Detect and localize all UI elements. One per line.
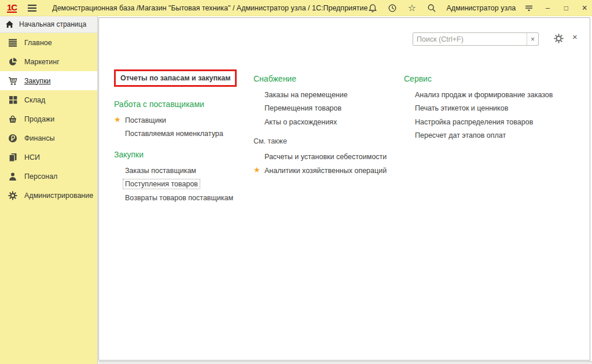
- link-label: Поставляемая номенклатура: [125, 130, 223, 138]
- link-postupleniya-tovarov-focused[interactable]: Поступления товаров: [114, 178, 250, 192]
- panel-close-icon[interactable]: ×: [572, 32, 578, 42]
- history-icon[interactable]: [388, 3, 398, 13]
- column-servis: Сервис Анализ продаж и формирование зака…: [404, 74, 583, 142]
- sidebar-item-label: Маркетинг: [24, 58, 60, 66]
- link-analiz-prodazh-i-formirovanie-zakazov[interactable]: Анализ продаж и формирование заказов: [404, 88, 583, 102]
- link-analitiki-khozyaystvennykh-operatsiy[interactable]: ★ Аналитики хозяйственных операций: [253, 164, 401, 178]
- sidebar-item-marketing[interactable]: Маркетинг: [0, 52, 97, 71]
- left-column: Начальная страница Главное Маркетинг Зак…: [0, 16, 98, 364]
- sidebar-item-glavnoe[interactable]: Главное: [0, 33, 97, 52]
- close-icon[interactable]: ×: [580, 3, 589, 13]
- sidebar-item-prodazhi[interactable]: Продажи: [0, 109, 97, 128]
- link-raschety-i-ustanovki-sebestoimosti[interactable]: Расчеты и установки себестоимости: [253, 150, 401, 164]
- link-akty-o-raskhozhdeniyakh[interactable]: Акты о расхождениях: [253, 115, 401, 129]
- sidebar-item-personal[interactable]: Персонал: [0, 167, 97, 186]
- section-title-snabzhenie: Снабжение: [253, 74, 401, 83]
- section-title-sm-takzhe: См. также: [253, 137, 401, 146]
- pie-chart-icon: [8, 57, 18, 67]
- pages-icon: [8, 153, 18, 162]
- link-zakazy-postavshchikam[interactable]: Заказы поставщикам: [114, 164, 250, 178]
- menu-lines-icon: [8, 39, 18, 47]
- bell-icon[interactable]: [368, 3, 378, 13]
- functions-panel: × × Отчеты по запасам и закупкам Работа …: [98, 17, 590, 361]
- title-bar: 1С Демонстрационная база /Магазин "Бытов…: [0, 0, 592, 16]
- 1c-logo: 1С: [7, 3, 17, 13]
- link-label: Заказы на перемещение: [264, 91, 348, 99]
- sidebar-item-sklad[interactable]: Склад: [0, 90, 97, 109]
- sidebar-item-label: Администрирование: [24, 192, 93, 200]
- link-label: Поставщики: [125, 116, 166, 124]
- search-icon[interactable]: [427, 3, 437, 13]
- link-postavshchiki[interactable]: ★ Поставщики: [114, 113, 250, 127]
- service-menu-icon[interactable]: [524, 3, 534, 13]
- section-title-zakupki: Закупки: [114, 150, 250, 159]
- link-nastroyka-raspredeleniya-tovarov[interactable]: Настройка распределения товаров: [404, 115, 583, 129]
- link-pereschet-dat-etapov-oplat[interactable]: Пересчет дат этапов оплат: [404, 129, 583, 143]
- sections-panel: Главное Маркетинг Закупки Склад: [0, 33, 97, 364]
- titlebar-actions: ☆ Администратор узла – □ ×: [368, 3, 592, 13]
- sidebar-item-label: НСИ: [24, 153, 40, 161]
- home-icon: [5, 20, 14, 28]
- link-pechat-etiketok-i-tsennikov[interactable]: Печать этикеток и ценников: [404, 102, 583, 116]
- link-label: Настройка распределения товаров: [415, 118, 533, 126]
- cart-icon: [8, 76, 18, 86]
- link-label: Анализ продаж и формирование заказов: [415, 91, 553, 99]
- link-otchety-po-zapasam-highlighted[interactable]: Отчеты по запасам и закупкам: [114, 69, 237, 87]
- basket-icon: [8, 115, 18, 124]
- favorites-star-icon[interactable]: ☆: [407, 3, 417, 13]
- gear-icon: [8, 191, 18, 200]
- settings-gear-icon[interactable]: [554, 34, 564, 43]
- link-label: Заказы поставщикам: [125, 167, 196, 175]
- sidebar-item-zakupki[interactable]: Закупки: [0, 71, 97, 90]
- window-bottom-edge: [98, 361, 592, 364]
- person-icon: [8, 172, 18, 181]
- sidebar-item-nsi[interactable]: НСИ: [0, 148, 97, 167]
- sidebar-item-label: Закупки: [24, 77, 51, 85]
- star-icon: ★: [114, 116, 121, 123]
- link-peremeshcheniya-tovarov[interactable]: Перемещения товаров: [253, 102, 401, 116]
- sidebar-item-finansy[interactable]: Финансы: [0, 128, 97, 148]
- tab-home-label: Начальная страница: [19, 20, 86, 28]
- link-label: Печать этикеток и ценников: [415, 104, 508, 112]
- search-clear-icon[interactable]: ×: [527, 33, 538, 45]
- main-menu-icon[interactable]: [27, 4, 37, 12]
- link-label: Поступления товаров: [123, 179, 200, 189]
- sidebar-item-label: Продажи: [24, 115, 54, 123]
- search-box: ×: [413, 32, 539, 46]
- link-zakazy-na-peremeshchenie[interactable]: Заказы на перемещение: [253, 88, 401, 102]
- sidebar-item-label: Главное: [24, 39, 52, 47]
- column-snabzhenie: Снабжение Заказы на перемещение Перемеще…: [253, 74, 401, 178]
- section-title-rabota-s-postavshchikami: Работа с поставщиками: [114, 100, 250, 109]
- star-icon: ★: [253, 166, 260, 174]
- link-label: Расчеты и установки себестоимости: [264, 153, 387, 161]
- section-title-servis: Сервис: [404, 74, 583, 83]
- app-window: 1С Демонстрационная база /Магазин "Бытов…: [0, 0, 592, 364]
- sidebar-item-label: Финансы: [24, 134, 54, 142]
- tab-home-page[interactable]: Начальная страница: [0, 16, 97, 33]
- sidebar-item-label: Склад: [24, 96, 45, 104]
- sidebar-item-label: Персонал: [24, 172, 57, 181]
- link-vozvraty-tovarov-postavshchikam[interactable]: Возвраты товаров поставщикам: [114, 191, 250, 205]
- column-zakupki: Отчеты по запасам и закупкам Работа с по…: [114, 69, 250, 205]
- maximize-icon[interactable]: □: [562, 4, 570, 12]
- minimize-icon[interactable]: –: [543, 3, 551, 12]
- link-label: Возвраты товаров поставщикам: [125, 194, 233, 202]
- ruble-icon: [8, 134, 18, 143]
- search-input[interactable]: [413, 33, 527, 45]
- link-postavlyaemaya-nomenklatura[interactable]: Поставляемая номенклатура: [114, 127, 250, 141]
- grid-icon: [8, 95, 18, 104]
- current-user[interactable]: Администратор узла: [447, 4, 516, 12]
- window-title: Демонстрационная база /Магазин "Бытовая …: [52, 4, 367, 12]
- link-label: Акты о расхождениях: [264, 118, 337, 126]
- link-label: Перемещения товаров: [264, 104, 341, 112]
- link-label: Пересчет дат этапов оплат: [415, 131, 506, 139]
- link-label: Аналитики хозяйственных операций: [264, 167, 387, 175]
- sidebar-item-administrirovanie[interactable]: Администрирование: [0, 186, 97, 205]
